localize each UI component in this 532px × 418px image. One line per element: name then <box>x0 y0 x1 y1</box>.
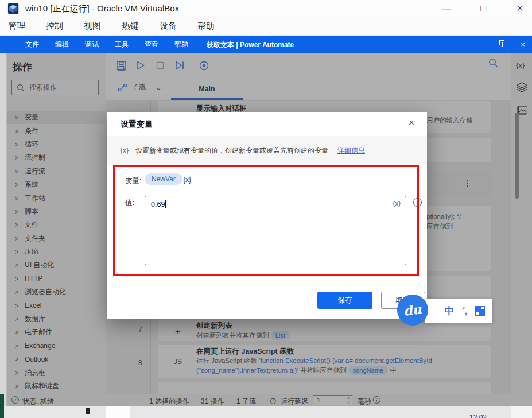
vbox-menu-manage[interactable]: 管理 <box>0 21 38 32</box>
background-window-edge <box>0 53 7 406</box>
pa-close-button[interactable]: × <box>518 40 527 49</box>
variable-field-label: 变量: <box>125 176 141 186</box>
details-link[interactable]: 详细信息 <box>337 146 365 156</box>
vbox-menu-control[interactable]: 控制 <box>38 21 76 32</box>
pa-minimize-button[interactable]: — <box>472 40 481 49</box>
text-caret <box>165 200 166 208</box>
ime-mode-chinese[interactable]: 中 <box>444 304 454 318</box>
vbox-minimize-button[interactable]: — <box>440 3 453 14</box>
virtualbox-logo-icon <box>7 2 20 15</box>
dialog-description-band: {x} 设置新变量或现有变量的值，创建新变量或覆盖先前创建的变量 详细信息 <box>107 136 427 165</box>
taskbar-tray-area <box>511 406 532 418</box>
pa-menu-edit[interactable]: 编辑 <box>47 40 77 49</box>
vbox-menu-hotkeys[interactable]: 热键 <box>114 21 152 32</box>
pa-menu-file[interactable]: 文件 <box>17 40 47 49</box>
dialog-description: 设置新变量或现有变量的值，创建新变量或覆盖先前创建的变量 <box>135 146 328 156</box>
windows-taskbar: 12:02 <box>0 406 532 418</box>
pa-menu-debug[interactable]: 调试 <box>77 40 107 49</box>
taskbar-clock: 12:02 <box>469 413 487 418</box>
pa-menu-tools[interactable]: 工具 <box>107 40 137 49</box>
dialog-title: 设置变量 <box>121 119 153 130</box>
vbox-menu-devices[interactable]: 设备 <box>152 21 189 32</box>
fx-variable-icon: {x} <box>121 146 129 154</box>
pa-window-title: 获取文本 | Power Automate <box>207 40 294 50</box>
taskbar-icon[interactable] <box>86 408 90 414</box>
taskbar-active-app[interactable] <box>106 406 130 418</box>
virtualbox-screen: win10 [正在运行] - Oracle VM VirtualBox — □ … <box>0 0 532 418</box>
dialog-close-button[interactable]: × <box>405 117 418 129</box>
vbox-maximize-button[interactable]: □ <box>477 3 490 14</box>
pa-titlebar: 文件 编辑 调试 工具 查看 帮助 获取文本 | Power Automate … <box>0 36 532 53</box>
value-text: 0.69 <box>151 200 165 208</box>
baidu-ime-logo[interactable]: du <box>397 295 428 326</box>
value-field-label: 值: <box>125 198 134 208</box>
info-icon[interactable]: i <box>413 198 422 207</box>
ime-toolbar: 中 °, <box>425 299 492 323</box>
desktop-edge-sliver <box>0 394 4 418</box>
ime-menu-grid-icon[interactable] <box>475 306 485 316</box>
vbox-menu-view[interactable]: 视图 <box>76 21 114 32</box>
vbox-menu-help[interactable]: 帮助 <box>189 21 227 32</box>
pa-menu-help[interactable]: 帮助 <box>166 40 196 49</box>
set-variable-dialog: 设置变量 × {x} 设置新变量或现有变量的值，创建新变量或覆盖先前创建的变量 … <box>107 112 427 319</box>
restore-icon <box>498 42 503 47</box>
pa-menu-view[interactable]: 查看 <box>137 40 166 49</box>
fx-expression-badge[interactable]: {x} <box>393 200 401 207</box>
ime-punctuation-icon[interactable]: °, <box>462 306 467 316</box>
pa-restore-button[interactable] <box>495 40 504 49</box>
vbox-window-title: win10 [正在运行] - Oracle VM VirtualBox <box>25 3 179 14</box>
vbox-titlebar: win10 [正在运行] - Oracle VM VirtualBox — □ … <box>0 0 532 17</box>
vbox-menubar: 管理 控制 视图 热键 设备 帮助 <box>0 17 532 36</box>
fx-variable-icon: {x} <box>183 176 191 184</box>
variable-name-pill[interactable]: NewVar <box>145 173 182 185</box>
vbox-close-button[interactable]: × <box>514 3 526 14</box>
save-button[interactable]: 保存 <box>317 292 372 309</box>
value-input[interactable]: 0.69 {x} <box>145 196 406 265</box>
